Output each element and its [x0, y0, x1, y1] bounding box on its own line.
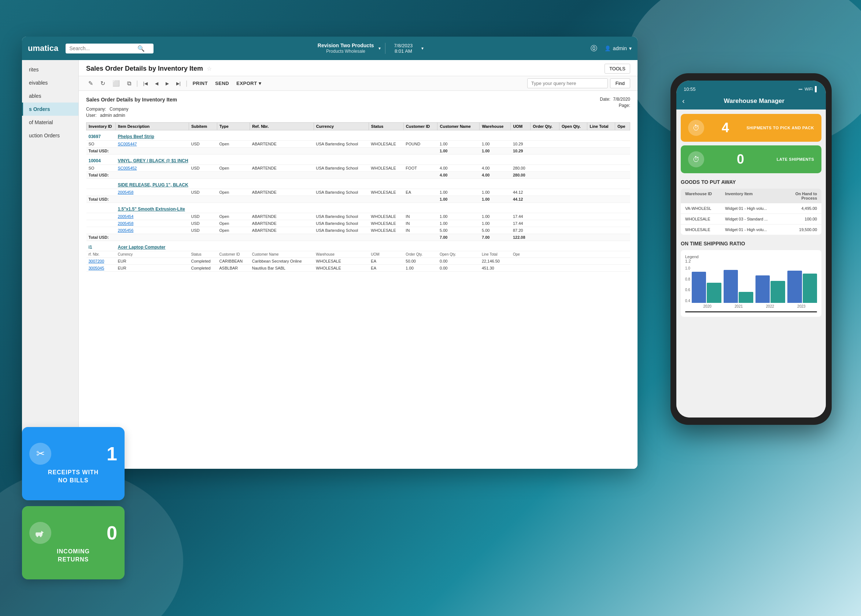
top-nav: umatica 🔍 Revision Two Products Products… [22, 37, 637, 60]
bottom-cards: ✂ 1 RECEIPTS WITHNO BILLS 0 INCOMINGRETU… [22, 427, 124, 579]
print-button[interactable]: PRINT [190, 79, 210, 88]
bar-blue-2021 [724, 270, 738, 303]
search-box[interactable]: 🔍 [66, 44, 154, 53]
table-row: 2005458 USD Open ABARTENDE USA Bartendin… [87, 220, 630, 227]
ref-link[interactable]: SC005447 [118, 142, 137, 146]
inv-link-side[interactable]: SIDE RELEASE, PLUG 1", BLACK [118, 182, 188, 187]
row-line-total: 280.00 [511, 165, 530, 172]
sidebar-item-material[interactable]: of Material [22, 116, 79, 129]
col-header-order-qty: Order Qty. [530, 123, 559, 130]
row-open-qty: 1.00 [480, 141, 511, 148]
ref-link[interactable]: 2005458 [118, 190, 134, 195]
phone-time: 10:55 [684, 86, 696, 92]
ref-link[interactable]: 3007200 [89, 259, 104, 263]
report-table: Inventory ID Item Description Subitem Ty… [86, 122, 630, 272]
row-status: Completed [189, 258, 217, 265]
report-meta-right: Date: 7/8/2020 Page: [600, 97, 630, 118]
row-open-qty: 4.00 [480, 165, 511, 172]
row-uom: EA [403, 189, 438, 196]
nav-help-icon[interactable]: ⓪ [590, 44, 597, 53]
nav-product-chevron[interactable]: ▾ [378, 46, 381, 51]
sidebar-item-orders[interactable]: s Orders [22, 102, 79, 116]
row-order-qty: 50.00 [403, 258, 438, 265]
send-button[interactable]: SEND [213, 79, 231, 88]
refresh-button[interactable]: ↻ [98, 79, 107, 88]
row-extra1 [559, 165, 587, 172]
row-e1 [530, 258, 559, 265]
phone-back-button[interactable]: ‹ [682, 97, 685, 105]
total-line: 44.12 [511, 196, 530, 203]
browser-window: umatica 🔍 Revision Two Products Products… [22, 37, 637, 469]
find-button[interactable]: Find [610, 79, 630, 88]
next-button[interactable]: ▶ [164, 80, 171, 88]
user-value: admin admin [100, 113, 125, 118]
ref-link[interactable]: SC005452 [118, 166, 137, 170]
bar-teal-2020 [707, 283, 721, 303]
phone-status-bar: 10:55 ▪▪▪ WiFi ▌ [676, 80, 826, 94]
inv-link-10004[interactable]: VINYL, GREY / BLACK @ $1 INCH [118, 158, 188, 163]
late-shipments-card[interactable]: ⏱ 0 LATE SHIPMENTS [681, 145, 822, 173]
nav-date-info: 7/8/2023 8:01 AM [394, 43, 413, 54]
edit-button[interactable]: ✎ [86, 79, 95, 88]
row-cust-id: ABARTENDE [250, 213, 314, 220]
row-opq-label: Open Qty. [438, 251, 480, 258]
bar-blue-2022 [756, 275, 770, 303]
row-ope-label: Ope [511, 251, 530, 258]
save-button[interactable]: ⬜ [110, 79, 122, 88]
sidebar-item-ables[interactable]: ables [22, 90, 79, 102]
total-open: 1.00 [480, 196, 511, 203]
chart-scrollbar[interactable] [685, 311, 817, 313]
returns-card[interactable]: 0 INCOMINGRETURNS [22, 506, 124, 579]
total-row-03697: Total USD: 1.00 1.00 10.29 [87, 148, 630, 154]
last-button[interactable]: ▶| [174, 80, 183, 88]
row-uom: EA [368, 258, 403, 265]
favorite-icon[interactable]: ☆ [207, 65, 212, 72]
inv-link-extrusion[interactable]: 1.5"x1.5" Smooth Extrusion-Lite [118, 207, 185, 212]
export-button[interactable]: EXPORT ▾ [234, 79, 263, 88]
sidebar-item-rites[interactable]: rites [22, 63, 79, 76]
tools-button[interactable]: TOOLS [604, 64, 630, 74]
table-row: SO SC005452 USD Open ABARTENDE USA Barte… [87, 165, 630, 172]
row-cust-id: ABARTENDE [250, 141, 314, 148]
page-title: Sales Order Details by Inventory Item [86, 65, 203, 72]
row-cust-id: CARIBBEAN [217, 258, 250, 265]
ref-link[interactable]: 3005045 [89, 266, 104, 270]
col-header-uom: UOM [511, 123, 530, 130]
goods-row-3: WHOLESALE Widget 01 - High volu... 19,50… [681, 225, 822, 235]
query-input[interactable] [527, 79, 608, 88]
row-uom: FOOT [403, 165, 438, 172]
goods-col-item: Inventory Item [725, 192, 785, 200]
nav-date-chevron[interactable]: ▾ [421, 46, 423, 51]
shipments-card[interactable]: ⏱ 4 SHIPMENTS TO PICK AND PACK [681, 114, 822, 142]
row-warehouse: WHOLESALE [368, 141, 403, 148]
inv-link-03697[interactable]: Phelps Beef Strip [118, 134, 154, 139]
prev-button[interactable]: ◀ [153, 80, 161, 88]
row-type [87, 220, 116, 227]
svg-point-2 [37, 536, 38, 537]
table-row: rf. Nbr. Currency Status Customer ID Cus… [87, 251, 630, 258]
row-line-total: 451.30 [480, 265, 511, 272]
ref-link[interactable]: 2005456 [118, 228, 134, 233]
receipts-card[interactable]: ✂ 1 RECEIPTS WITHNO BILLS [22, 427, 124, 500]
copy-button[interactable]: ⧉ [125, 79, 133, 88]
first-button[interactable]: |◀ [141, 80, 150, 88]
table-row: 3007200 EUR Completed CARIBBEAN Caribbea… [87, 258, 630, 265]
row-line-total: 17.44 [511, 213, 530, 220]
ref-link[interactable]: 2005454 [118, 214, 134, 218]
search-input[interactable] [69, 46, 135, 51]
total-order: 4.00 [438, 172, 480, 179]
row-status: Open [217, 213, 250, 220]
nav-user-chevron[interactable]: ▾ [629, 46, 632, 51]
item-header-side-release: SIDE RELEASE, PLUG 1", BLACK [87, 179, 630, 189]
sidebar-item-eivables[interactable]: eivables [22, 76, 79, 90]
company-value: Company [110, 107, 128, 112]
sidebar-item-production[interactable]: uction Orders [22, 129, 79, 142]
ref-link[interactable]: 2005458 [118, 221, 134, 226]
table-row: SO SC005447 USD Open ABARTENDE USA Barte… [87, 141, 630, 148]
total-open: 4.00 [480, 172, 511, 179]
row-oq-label: Order Qty. [403, 251, 438, 258]
receipts-label: RECEIPTS WITHNO BILLS [48, 468, 99, 485]
row-extra1 [559, 189, 587, 196]
goods-col-qty: On Hand to Process [785, 192, 817, 200]
inv-link-acer[interactable]: Acer Laptop Computer [118, 245, 165, 250]
